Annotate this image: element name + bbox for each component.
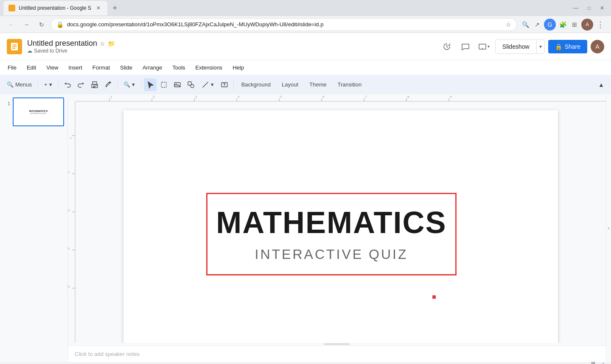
cast-button[interactable]: ▾ [476,39,492,54]
image-button[interactable] [171,78,184,91]
svg-rect-2 [12,46,17,47]
slideshow-button[interactable]: Slideshow [496,40,536,53]
menu-tools[interactable]: Tools [168,63,189,72]
active-tab[interactable]: Untitled presentation - Google S ✕ [3,1,107,15]
svg-point-14 [191,84,194,88]
menu-help[interactable]: Help [228,63,248,72]
cursor-button[interactable] [144,78,157,91]
transition-button[interactable]: Transition [333,80,367,89]
layout-button[interactable]: Layout [277,80,303,89]
slideshow-dropdown[interactable]: ▾ [536,40,544,53]
menu-insert[interactable]: Insert [64,63,87,72]
grid-view-button[interactable]: ⊞ [589,359,597,364]
notes-resize-handle[interactable] [324,343,350,345]
profile-avatar[interactable]: A [581,19,593,31]
google-account-icon[interactable]: G [544,19,556,31]
lock-icon: 🔒 [56,21,64,28]
slide-text-box[interactable]: MATHEMATICS INTERACTIVE QUIZ [206,193,457,275]
svg-text:2: 2 [68,171,70,174]
refresh-button[interactable]: ↻ [36,19,48,31]
shapes-button[interactable] [185,78,197,91]
header-title-section: Untitled presentation ☆ 📁 ☁ Saved to Dri… [27,39,434,54]
minimize-icon[interactable]: — [570,5,582,11]
comments-button[interactable] [458,39,473,54]
small-red-square[interactable] [432,295,436,299]
menus-button[interactable]: 🔍 Menus [3,80,35,89]
svg-text:4: 4 [68,247,70,250]
share-label: Share [565,43,580,50]
maximize-icon[interactable]: □ [584,5,594,11]
separator-3 [117,81,118,89]
slide-canvas[interactable]: MATHEMATICS INTERACTIVE QUIZ [123,110,558,343]
slides-panel: 1 MATHEMATICS INTERACTIVE QUIZ [0,94,68,362]
forward-button[interactable]: → [20,19,32,31]
canvas-area: 1 2 3 4 5 6 7 [68,94,606,362]
tab-title: Untitled presentation - Google S [19,5,91,11]
svg-text:5: 5 [280,95,282,99]
right-panel: › [606,94,611,362]
menu-extensions[interactable]: Extensions [191,63,227,72]
ruler-corner [68,94,76,102]
address-bar[interactable]: 🔒 docs.google.com/presentation/d/1oPmx3O… [51,18,517,31]
menu-slide[interactable]: Slide [116,63,137,72]
tab-close-button[interactable]: ✕ [95,4,102,12]
chrome-menu-icon[interactable]: ⋮ [595,20,606,29]
svg-text:3: 3 [195,95,197,99]
share-button[interactable]: 🔒 Share [548,40,587,53]
menus-label: Menus [15,81,32,88]
share-ext-icon[interactable]: ↗ [532,19,542,30]
undo-button[interactable] [61,78,74,91]
title-text[interactable]: Untitled presentation [27,39,97,48]
user-avatar[interactable]: A [591,40,604,53]
folder-icon[interactable]: 📁 [108,40,115,47]
svg-rect-3 [12,48,15,49]
search-ext-icon[interactable]: 🔍 [520,19,530,30]
app-header: Untitled presentation ☆ 📁 ☁ Saved to Dri… [0,33,611,60]
svg-text:7: 7 [365,95,367,99]
expand-panel-button[interactable]: › [608,226,609,231]
svg-point-9 [96,85,97,86]
menu-arrange[interactable]: Arrange [138,63,166,72]
zoom-button[interactable]: 🔍 ▾ [120,80,138,89]
speaker-notes[interactable]: Click to add speaker notes [68,345,606,362]
theme-button[interactable]: Theme [304,80,331,89]
add-icon: + [44,81,48,88]
redo-button[interactable] [75,78,87,91]
bottom-bar: ⊞ ‹ [0,362,611,364]
separator-5 [233,81,234,89]
collapse-sidebar-button[interactable]: ‹ [599,359,608,364]
history-button[interactable] [439,39,454,54]
window-controls: — □ ✕ [570,5,608,11]
svg-text:5: 5 [68,285,70,288]
line-button[interactable]: ▾ [198,79,217,90]
slide-canvas-wrapper[interactable]: MATHEMATICS INTERACTIVE QUIZ [76,102,606,343]
svg-rect-8 [93,86,95,87]
header-actions: ▾ Slideshow ▾ 🔒 Share A [439,39,604,54]
svg-rect-11 [161,82,166,87]
new-tab-button[interactable]: + [109,2,121,14]
bookmark-icon[interactable]: ☆ [506,21,511,28]
add-dropdown-icon: ▾ [49,81,52,88]
background-button[interactable]: Background [236,80,276,89]
toolbar-right: ▲ [595,78,608,91]
svg-text:8: 8 [407,95,409,99]
paint-format-button[interactable] [102,78,115,91]
main-content: 1 MATHEMATICS INTERACTIVE QUIZ [0,94,611,362]
sidebar-ext-icon[interactable]: ⊞ [569,19,580,30]
slide-1-thumbnail[interactable]: MATHEMATICS INTERACTIVE QUIZ [13,97,64,126]
menu-edit[interactable]: Edit [22,63,40,72]
menu-file[interactable]: File [3,63,21,72]
print-button[interactable] [88,78,101,91]
collapse-toolbar-button[interactable]: ▲ [595,78,608,91]
puzzle-ext-icon[interactable]: 🧩 [558,19,568,30]
cloud-save: ☁ Saved to Drive [27,48,434,54]
menu-view[interactable]: View [42,63,62,72]
textbox-button[interactable] [218,78,231,91]
marquee-select-button[interactable] [157,78,170,91]
menu-format[interactable]: Format [88,63,114,72]
close-icon[interactable]: ✕ [597,5,608,11]
add-button[interactable]: + ▾ [41,80,56,89]
star-icon[interactable]: ☆ [100,40,105,47]
back-button[interactable]: ← [5,19,17,31]
svg-rect-10 [109,81,111,83]
